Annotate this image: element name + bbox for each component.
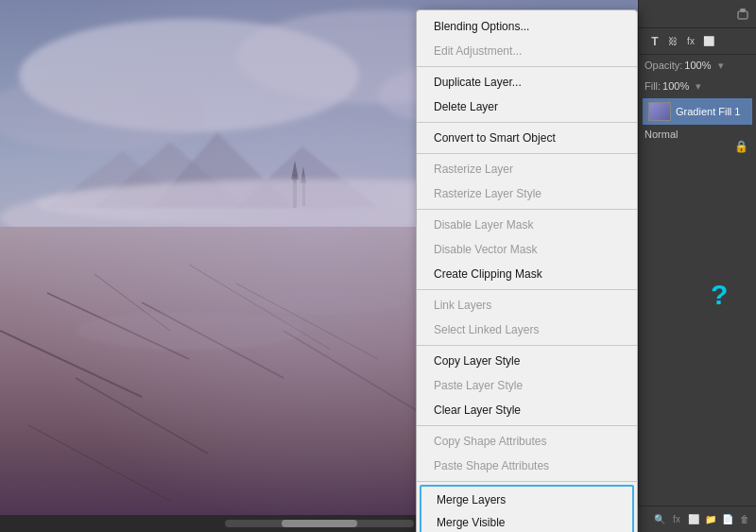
folder-bottom-icon[interactable]: 📁 (703, 512, 718, 527)
menu-separator-6 (417, 345, 637, 346)
layer-thumbnail (648, 102, 671, 121)
effects-icon[interactable]: fx (683, 34, 698, 49)
menu-item-rasterize-style: Rasterize Layer Style (417, 181, 637, 206)
menu-item-link-layers: Link Layers (417, 293, 637, 317)
svg-rect-28 (738, 11, 747, 19)
scrollbar-track[interactable] (225, 520, 414, 527)
layer-name: Gradient Fill 1 (676, 106, 740, 117)
opacity-label: Opacity: (644, 60, 682, 71)
context-menu: Blending Options... Edit Adjustment... D… (416, 9, 638, 532)
opacity-dropdown-icon[interactable]: ▾ (713, 58, 729, 73)
fill-value: 100% (662, 80, 689, 92)
menu-item-clear-layer-style[interactable]: Clear Layer Style (417, 398, 637, 422)
menu-separator-5 (417, 289, 637, 290)
scrollbar-thumb[interactable] (282, 520, 357, 527)
menu-item-create-clipping[interactable]: Create Clipping Mask (417, 262, 637, 286)
blend-mode-label: Normal (644, 129, 678, 140)
new-layer-icon[interactable]: 📄 (720, 512, 735, 527)
menu-separator-7 (417, 425, 637, 426)
merge-group: Merge Layers Merge Visible Flatten Image (420, 485, 634, 532)
layer-item-gradient[interactable]: Gradient Fill 1 (643, 98, 752, 125)
menu-item-rasterize-layer: Rasterize Layer (417, 157, 637, 181)
lock-icon: 🔒 (734, 140, 748, 153)
opacity-value: 100% (684, 60, 711, 71)
menu-item-paste-layer-style: Paste Layer Style (417, 373, 637, 398)
fill-dropdown-icon[interactable]: ▾ (691, 78, 706, 94)
menu-item-merge-layers[interactable]: Merge Layers (421, 489, 632, 511)
panel-toolbar (639, 0, 756, 28)
menu-item-edit-adjustment: Edit Adjustment... (417, 39, 637, 63)
right-panel: T ⛓ fx ⬜ Opacity: 100% ▾ Fill: 100% ▾ Gr… (638, 0, 756, 532)
menu-separator-4 (417, 209, 637, 210)
panel-icons-row: T ⛓ fx ⬜ (639, 28, 756, 55)
question-mark: ? (711, 279, 728, 311)
menu-item-merge-visible[interactable]: Merge Visible (421, 511, 632, 532)
menu-separator-8 (417, 481, 637, 482)
mask-bottom-icon[interactable]: ⬜ (686, 512, 701, 527)
fill-label: Fill: (644, 80, 661, 92)
menu-item-convert-smart[interactable]: Convert to Smart Object (417, 126, 637, 150)
effects-bottom-icon[interactable]: fx (669, 512, 684, 527)
menu-item-delete-layer[interactable]: Delete Layer (417, 94, 637, 119)
mask-icon[interactable]: ⬜ (701, 34, 716, 49)
search-bottom-icon[interactable]: 🔍 (652, 512, 667, 527)
opacity-row: Opacity: 100% ▾ (639, 55, 756, 76)
menu-item-disable-vector-mask: Disable Vector Mask (417, 237, 637, 262)
link-icon[interactable]: ⛓ (665, 34, 680, 49)
delete-bottom-icon[interactable]: 🗑 (737, 512, 752, 527)
type-icon[interactable]: T (647, 34, 662, 49)
menu-separator-2 (417, 122, 637, 123)
menu-item-disable-layer-mask: Disable Layer Mask (417, 213, 637, 237)
trash-icon[interactable] (735, 7, 750, 22)
menu-item-duplicate-layer[interactable]: Duplicate Layer... (417, 70, 637, 94)
menu-separator-1 (417, 66, 637, 67)
panel-bottom-icons: 🔍 fx ⬜ 📁 📄 🗑 (638, 506, 756, 532)
menu-item-paste-shape: Paste Shape Attributes (417, 454, 637, 478)
fill-row: Fill: 100% ▾ (639, 76, 756, 96)
menu-item-blending-options[interactable]: Blending Options... (417, 14, 637, 39)
menu-item-copy-layer-style[interactable]: Copy Layer Style (417, 349, 637, 373)
menu-item-copy-shape: Copy Shape Attributes (417, 429, 637, 454)
menu-item-select-linked: Select Linked Layers (417, 317, 637, 342)
menu-separator-3 (417, 153, 637, 154)
